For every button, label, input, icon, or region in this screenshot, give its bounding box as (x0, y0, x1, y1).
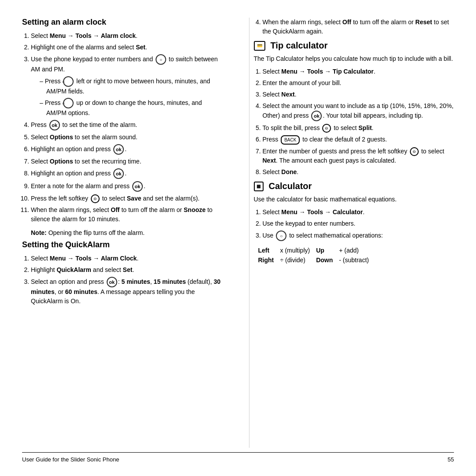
table-row: Right ÷ (divide) Down - (subtract) (258, 255, 375, 265)
list-item: To split the bill, press ⊖ to select Spl… (263, 123, 454, 133)
ok-icon: ok (132, 181, 143, 192)
list-item: Select Menu → Tools → Alarm clock. (31, 31, 223, 41)
tip-calc-steps: Select Menu → Tools → Tip Calculator. En… (263, 67, 454, 177)
ok-icon: ok (107, 277, 117, 287)
table-row: Left x (multiply) Up + (add) (258, 245, 375, 255)
ok-icon: ok (311, 111, 322, 121)
tip-calc-icon: 💳 (254, 41, 265, 51)
minutes-5: 5 minutes (121, 278, 150, 285)
list-item: Press the left softkey ⊖ to select Save … (31, 194, 223, 203)
list-item: Enter the number of guests and press the… (263, 147, 454, 165)
nav-icon (276, 231, 286, 241)
footer-right: 55 (448, 456, 454, 463)
nav-icon (63, 98, 74, 108)
right-op: ÷ (divide) (280, 255, 316, 265)
softkey-icon: ⊖ (322, 124, 331, 133)
set-label: Set (123, 266, 133, 273)
reset-label: Reset (415, 19, 432, 26)
softkey-icon: ⊖ (91, 194, 100, 203)
menu-path: Menu → Tools → Tip Calculator (281, 68, 374, 75)
list-item: Highlight QuickAlarm and select Set. (31, 265, 223, 275)
off-label: Off (342, 19, 351, 26)
calculator-icon: ▦ (254, 182, 264, 191)
content-area: Setting an alarm clock Select Menu → Too… (22, 18, 454, 448)
back-icon: BACK (281, 135, 300, 145)
list-item: Select the amount you want to include as… (263, 101, 454, 121)
set-label: Set (136, 44, 145, 51)
tip-calc-title: 💳 Tip calculator (254, 41, 454, 51)
nav-icon (156, 54, 166, 65)
footer-left: User Guide for the Slider Sonic Phone (22, 456, 119, 463)
quick-alarm-steps: Select Menu → Tools → Alarm Clock. Highl… (31, 254, 223, 306)
left-label: Left (258, 245, 280, 255)
next-label: Next (263, 157, 276, 164)
list-item: Select Next. (263, 90, 454, 99)
quick-alarm-title: Setting the QuickAlarm (22, 240, 223, 249)
right-column: When the alarm rings, select Off to turn… (249, 18, 454, 448)
options-label: Options (50, 158, 73, 165)
list-item: Press BACK to clear the default of 2 gue… (263, 135, 454, 145)
up-op: + (add) (339, 245, 375, 255)
save-label: Save (127, 195, 141, 202)
list-item: Select an option and press ok: 5 minutes… (31, 277, 223, 306)
menu-path: Menu → Tools → Calculator (281, 208, 363, 216)
off-label: Off (111, 206, 119, 213)
list-item: Highlight an option and press ok. (31, 144, 223, 155)
operations-table: Left x (multiply) Up + (add) Right ÷ (di… (258, 245, 375, 265)
list-item: Select Done. (263, 167, 454, 177)
quick-alarm-label: QuickAlarm (56, 266, 91, 273)
tip-calc-intro: The Tip Calculator helps you calculate h… (254, 54, 454, 63)
list-item: Select Menu → Tools → Alarm Clock. (31, 254, 223, 263)
list-item: When the alarm rings, select Off to turn… (263, 18, 454, 36)
list-item: Select Options to set the recurring time… (31, 157, 223, 166)
list-item: Press left or right to move between hour… (40, 76, 223, 96)
list-item: Highlight an option and press ok. (31, 168, 223, 179)
up-label: Up (316, 245, 339, 255)
alarm-clock-title: Setting an alarm clock (22, 18, 223, 27)
options-label: Options (50, 134, 73, 141)
snooze-label: Snooze (184, 206, 206, 213)
alarm-continued-steps: When the alarm rings, select Off to turn… (263, 18, 454, 36)
calculator-steps: Select Menu → Tools → Calculator. Use th… (263, 208, 454, 241)
list-item: Press up or down to change the hours, mi… (40, 98, 223, 118)
menu-path: Menu → Tools → Alarm Clock (50, 255, 137, 262)
list-item: Enter a note for the alarm and press ok. (31, 181, 223, 192)
list-item: Highlight one of the alarms and select S… (31, 43, 223, 52)
alarm-note: Note: Opening the flip turns off the ala… (31, 228, 223, 238)
softkey-icon: ⊖ (410, 147, 419, 156)
calculator-intro: Use the calculator for basic mathematica… (254, 195, 454, 204)
list-item: Use the phone keypad to enter numbers an… (31, 54, 223, 118)
list-item: Select Options to set the alarm sound. (31, 133, 223, 142)
alarm-clock-steps: Select Menu → Tools → Alarm clock. Highl… (31, 31, 223, 224)
ok-icon: ok (113, 144, 124, 155)
split-label: Split (358, 124, 372, 131)
left-op: x (multiply) (280, 245, 316, 255)
calculator-title: ▦ Calculator (254, 181, 454, 191)
menu-path: Menu → Tools → Alarm clock (50, 32, 136, 39)
ok-icon: ok (49, 120, 60, 130)
down-op: - (subtract) (339, 255, 375, 265)
list-item: Enter the amount of your bill. (263, 78, 454, 88)
right-label: Right (258, 255, 280, 265)
ok-icon: ok (113, 168, 124, 179)
done-label: Done (281, 168, 297, 175)
left-column: Setting an alarm clock Select Menu → Too… (22, 18, 231, 448)
minutes-15: 15 minutes (154, 278, 186, 285)
list-item: Use the keypad to enter numbers. (263, 219, 454, 228)
down-label: Down (316, 255, 339, 265)
list-item: Select Menu → Tools → Tip Calculator. (263, 67, 454, 76)
minutes-60: 60 minutes (65, 288, 97, 295)
next-label: Next (281, 91, 294, 98)
list-item: Select Menu → Tools → Calculator. (263, 208, 454, 217)
list-item: When the alarm rings, select Off to turn… (31, 205, 223, 224)
page: Setting an alarm clock Select Menu → Too… (0, 0, 476, 476)
sub-steps: Press left or right to move between hour… (40, 76, 223, 118)
list-item: Press ok to set the time of the alarm. (31, 120, 223, 130)
list-item: Use to select mathematical operations: (263, 231, 454, 241)
page-footer: User Guide for the Slider Sonic Phone 55 (22, 452, 454, 463)
nav-icon (63, 76, 74, 87)
